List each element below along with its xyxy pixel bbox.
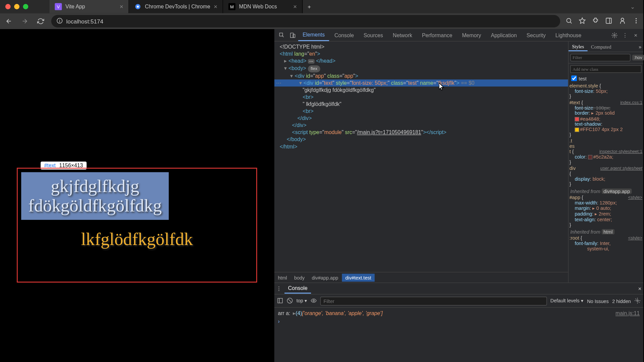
console-tab[interactable]: Console <box>284 284 311 293</box>
styles-filter-bar: :hov .cls + <box>569 52 643 63</box>
dom-tree[interactable]: <!DOCTYPE html> <html lang="en"> ▸<head>… <box>274 42 568 272</box>
close-tab-icon[interactable]: × <box>120 3 123 10</box>
close-window-button[interactable] <box>5 4 11 9</box>
panel-application[interactable]: Application <box>486 30 521 41</box>
console-log-line[interactable]: arr a: ▸ (4) ['orange', 'banana', 'apple… <box>278 309 640 317</box>
more-icon[interactable]: ⋮ <box>620 30 630 40</box>
svg-rect-8 <box>606 18 611 23</box>
dom-html-open[interactable]: <html lang="en"> <box>274 50 568 57</box>
context-selector[interactable]: top ▾ <box>297 298 307 304</box>
dom-script[interactable]: <script type="module" src="/main.js?t=17… <box>274 129 568 136</box>
log-levels-selector[interactable]: Default levels ▾ <box>550 298 584 304</box>
menu-icon[interactable] <box>633 17 640 25</box>
live-expression-icon[interactable] <box>311 297 317 304</box>
dom-breadcrumb: html body div#app.app div#text.test <box>274 272 568 283</box>
panel-network[interactable]: Network <box>388 30 417 41</box>
panel-lighthouse[interactable]: Lighthouse <box>551 30 586 41</box>
styles-tab-styles[interactable]: Styles <box>569 42 588 51</box>
dom-text-node[interactable]: "gkjfdglfkdjg fdökgöldfkgölfdkg" <box>274 86 568 94</box>
close-tab-icon[interactable]: × <box>214 3 217 10</box>
titlebar: V Vite App × Chrome DevTools | Chrome × … <box>0 0 643 13</box>
inspect-element-icon[interactable] <box>277 30 287 40</box>
console-settings-icon[interactable] <box>634 297 640 304</box>
tab-mdn[interactable]: M MDN Web Docs × <box>223 0 303 13</box>
browser-toolbar: localhost:5174 <box>0 13 643 29</box>
device-toolbar-icon[interactable] <box>287 30 297 40</box>
panel-performance[interactable]: Performance <box>418 30 457 41</box>
add-class-input[interactable] <box>570 65 641 73</box>
sidebar-toggle-icon[interactable] <box>277 297 283 304</box>
dom-head[interactable]: ▸<head> ⋯ </head> <box>274 57 568 65</box>
reload-button[interactable] <box>35 16 46 26</box>
dom-close-div[interactable]: </div> <box>274 122 568 129</box>
crumb[interactable]: html <box>274 274 290 282</box>
profile-icon[interactable] <box>619 16 627 26</box>
address-bar[interactable]: localhost:5174 <box>51 15 560 27</box>
dom-close-div[interactable]: </div> <box>274 115 568 122</box>
console-prompt[interactable]: › <box>278 317 640 325</box>
tab-devtools-docs[interactable]: Chrome DevTools | Chrome × <box>129 0 223 13</box>
dom-close-body[interactable]: </body> <box>274 136 568 143</box>
demo-text-line3: lkfglödfkgölfdk <box>21 230 253 249</box>
close-drawer-icon[interactable]: × <box>638 285 641 292</box>
panel-sources[interactable]: Sources <box>359 30 387 41</box>
dom-body-open[interactable]: ▾<body>flex <box>274 65 568 72</box>
settings-icon[interactable] <box>610 30 620 40</box>
panel-console[interactable]: Console <box>330 30 358 41</box>
console-drawer: ⋮ Console × top ▾ Default levels ▾ No Is… <box>274 283 643 362</box>
crumb[interactable]: div#app.app <box>308 274 342 282</box>
side-panel-icon[interactable] <box>605 17 612 25</box>
forward-button[interactable] <box>19 16 30 26</box>
chevron-down-icon[interactable]: ⌄ <box>627 1 638 12</box>
dom-text-div-selected[interactable]: ⋯▾<div id="text" style="font-size: 50px;… <box>274 79 568 86</box>
crumb-active[interactable]: div#text.test <box>342 274 375 282</box>
dom-app-div[interactable]: ▾<div id="app" class="app"> <box>274 72 568 79</box>
site-info-icon[interactable] <box>57 17 63 25</box>
minimize-window-button[interactable] <box>14 4 19 9</box>
css-rules[interactable]: element.style {font-size: 50px;} #text {… <box>569 82 643 283</box>
crumb[interactable]: body <box>290 274 308 282</box>
panel-elements[interactable]: Elements <box>298 29 329 41</box>
new-tab-button[interactable]: + <box>303 0 316 13</box>
issues-indicator[interactable]: No Issues <box>587 298 608 304</box>
page-viewport: #text 1156×413 gkjfdglfkdjg fdökgöldfkgö… <box>0 29 274 362</box>
drawer-menu-icon[interactable]: ⋮ <box>276 285 282 292</box>
styles-filter-input[interactable] <box>570 54 630 61</box>
dom-br[interactable]: <br> <box>274 94 568 101</box>
dom-panel: <!DOCTYPE html> <html lang="en"> ▸<head>… <box>274 42 568 283</box>
tab-title: MDN Web Docs <box>239 4 277 10</box>
maximize-window-button[interactable] <box>23 4 28 9</box>
panel-memory[interactable]: Memory <box>458 30 485 41</box>
back-button[interactable] <box>4 16 14 26</box>
url: localhost:5174 <box>66 18 103 24</box>
svg-point-5 <box>567 18 571 22</box>
close-devtools-icon[interactable]: × <box>631 30 641 40</box>
dom-br[interactable]: <br> <box>274 108 568 115</box>
console-filter-input[interactable] <box>320 296 547 305</box>
bookmark-icon[interactable] <box>579 17 586 25</box>
svg-point-24 <box>637 300 638 301</box>
styles-tab-computed[interactable]: Computed <box>588 43 615 51</box>
hidden-count[interactable]: 2 hidden <box>612 298 631 304</box>
demo-text-line1: gkjfdglfkdjg <box>28 177 162 196</box>
chrome-favicon <box>134 3 141 10</box>
dom-doctype[interactable]: <!DOCTYPE html> <box>274 43 568 50</box>
class-toggle-row[interactable]: test <box>569 75 643 82</box>
svg-point-4 <box>59 21 60 22</box>
zoom-icon[interactable] <box>566 17 573 25</box>
log-source-link[interactable]: main.js:11 <box>615 310 640 316</box>
panel-security[interactable]: Security <box>522 30 550 41</box>
class-checkbox[interactable] <box>571 75 577 81</box>
dom-text-node[interactable]: " lkfglödfkgölfdk" <box>274 101 568 108</box>
console-output[interactable]: arr a: ▸ (4) ['orange', 'banana', 'apple… <box>274 308 643 362</box>
svg-marker-7 <box>579 17 585 23</box>
svg-point-12 <box>636 20 637 21</box>
extensions-icon[interactable] <box>592 17 599 25</box>
tab-vite-app[interactable]: V Vite App × <box>50 0 129 13</box>
more-tabs-icon[interactable]: » <box>637 44 643 49</box>
dom-close-html[interactable]: </html> <box>274 143 568 150</box>
close-tab-icon[interactable]: × <box>293 3 297 10</box>
hov-toggle[interactable]: :hov <box>632 55 644 60</box>
clear-console-icon[interactable] <box>287 297 293 304</box>
browser-tabs: V Vite App × Chrome DevTools | Chrome × … <box>50 0 316 13</box>
